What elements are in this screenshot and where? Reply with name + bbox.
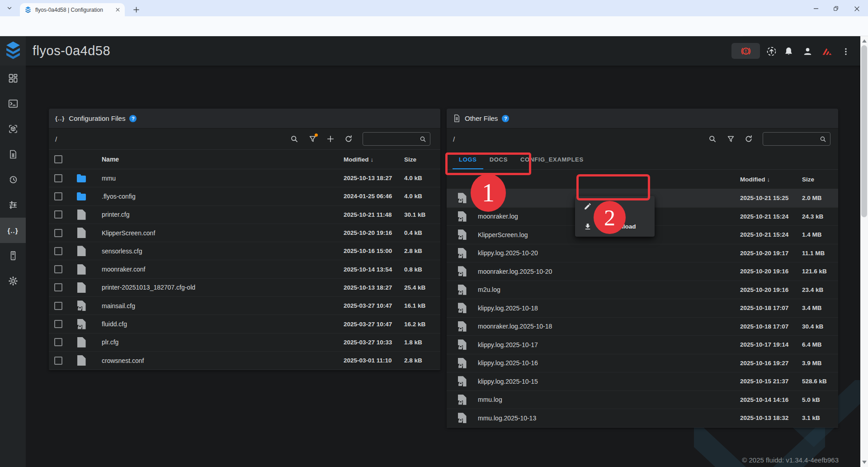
sort-desc-icon: ↓ [767, 176, 770, 183]
tab-close-icon[interactable] [114, 6, 121, 14]
scroll-down-arrow-icon[interactable] [862, 461, 867, 464]
window-close-button[interactable] [849, 3, 864, 14]
file-row[interactable]: klippy.log.2025-10-20 2025-10-20 19:17 1… [447, 244, 838, 263]
filter-icon[interactable] [726, 134, 735, 143]
page-scrollbar[interactable] [860, 36, 868, 467]
file-size: 11.1 MB [802, 250, 838, 257]
row-checkbox[interactable] [54, 192, 62, 200]
sidebar-item-configuration[interactable]: {..} [0, 218, 26, 243]
file-row[interactable]: mainsail.cfg 2025-03-27 10:47 16.1 kB [49, 297, 440, 315]
column-header-size[interactable]: Size [404, 156, 440, 163]
row-checkbox[interactable] [54, 338, 62, 346]
file-row[interactable]: klippy.log.2025-10-16 2025-10-16 19:27 3… [447, 354, 838, 373]
file-type-icon [458, 321, 467, 332]
file-row[interactable]: moonraker.conf 2025-10-14 13:54 0.8 kB [49, 260, 440, 278]
row-checkbox[interactable] [54, 302, 62, 310]
sidebar-item-tune[interactable] [0, 192, 26, 218]
window-minimize-button[interactable] [808, 3, 824, 14]
overflow-menu-icon[interactable] [840, 46, 851, 57]
file-type-icon [458, 229, 467, 240]
sidebar-item-system[interactable] [0, 243, 26, 268]
fluidd-logo[interactable] [0, 36, 26, 66]
file-name: mmu [91, 175, 344, 182]
refresh-icon[interactable] [344, 134, 353, 143]
app-header: flyos-0a4d58 [0, 36, 860, 66]
notifications-bell-icon[interactable] [783, 46, 794, 57]
file-type-icon [458, 248, 467, 258]
file-row[interactable]: mmu 2025-10-13 18:27 4.0 kB [49, 169, 440, 187]
lock-badge-icon [458, 217, 463, 222]
panel-title: Configuration Files [69, 114, 125, 122]
file-name: m2u.log [472, 286, 740, 293]
scroll-up-arrow-icon[interactable] [862, 39, 867, 43]
annotation-badge-1: 1 [471, 174, 506, 212]
window-restore-button[interactable] [828, 3, 844, 14]
file-row[interactable]: m2u.log 2025-10-20 19:16 23.4 kB [447, 281, 838, 300]
column-header-modified[interactable]: Modified↓ [344, 156, 404, 163]
file-row[interactable]: plr.cfg 2025-03-27 10:33 1.8 kB [49, 334, 440, 352]
file-type-icon [458, 413, 467, 423]
file-row[interactable]: klippy.log.2025-10-18 2025-10-18 17:07 3… [447, 299, 838, 318]
file-row[interactable]: klippy.log.2025-10-17 2025-10-17 19:14 6… [447, 336, 838, 354]
user-account-icon[interactable] [802, 46, 813, 57]
column-header-name[interactable]: Name [91, 156, 344, 163]
file-size: 0.8 kB [404, 266, 440, 273]
help-icon[interactable]: ? [502, 115, 509, 122]
file-row[interactable]: printer-20251013_182707.cfg-old 2025-10-… [49, 279, 440, 297]
scrollbar-thumb[interactable] [861, 45, 867, 217]
sidebar-item-console[interactable] [0, 91, 26, 116]
search-icon[interactable] [290, 134, 299, 143]
file-row[interactable]: moonraker.log.2025-10-18 2025-10-18 17:0… [447, 318, 838, 336]
column-header-modified[interactable]: Modified↓ [740, 176, 802, 183]
system-icon [8, 250, 19, 261]
row-checkbox[interactable] [54, 283, 62, 291]
file-row[interactable]: moonraker.log.2025-10-20 2025-10-20 19:1… [447, 262, 838, 281]
select-all-checkbox[interactable] [54, 155, 62, 163]
file-modified: 2025-10-20 19:16 [740, 286, 802, 293]
file-row[interactable]: .flyos-config 2024-01-25 06:46 4.0 kB [49, 187, 440, 205]
tab-search-chevron-icon[interactable] [4, 3, 15, 14]
sidebar-item-settings[interactable] [0, 268, 26, 294]
sidebar-item-dashboard[interactable] [0, 66, 26, 91]
filter-icon[interactable] [308, 134, 317, 143]
refresh-icon[interactable] [744, 134, 753, 143]
file-row[interactable]: KlipperScreen.conf 2025-10-20 19:16 0.4 … [49, 224, 440, 242]
row-checkbox[interactable] [54, 229, 62, 237]
file-row[interactable]: fluidd.cfg 2025-03-27 10:47 16.2 kB [49, 315, 440, 333]
file-row[interactable]: crowsnest.conf 2025-03-01 11:10 2.8 kB [49, 352, 440, 370]
file-size: 16.2 kB [404, 321, 440, 328]
file-row[interactable]: sensorless.cfg 2025-10-16 15:00 2.8 kB [49, 242, 440, 260]
file-size: 5.0 kB [802, 396, 838, 403]
new-tab-button[interactable] [130, 4, 142, 15]
file-row[interactable]: mmu.log.2025-10-13 2025-10-13 18:32 3.1 … [447, 409, 838, 428]
file-row[interactable]: mmu.log 2025-10-14 14:16 5.0 kB [447, 391, 838, 410]
file-modified: 2025-10-17 19:14 [740, 341, 802, 348]
file-row[interactable]: printer.cfg 2025-10-21 11:48 30.1 kB [49, 206, 440, 224]
file-row[interactable]: klippy.log.2025-10-15 2025-10-15 21:37 5… [447, 372, 838, 391]
file-modified: 2025-10-20 19:16 [344, 229, 404, 236]
pencil-icon [583, 202, 592, 211]
check-updates-icon[interactable] [766, 46, 777, 57]
add-file-icon[interactable] [326, 134, 335, 143]
row-checkbox[interactable] [54, 265, 62, 273]
brand-logo-icon[interactable] [821, 46, 833, 57]
file-type-icon [77, 282, 86, 293]
column-header-size[interactable]: Size [802, 176, 838, 183]
row-checkbox[interactable] [54, 320, 62, 328]
row-checkbox[interactable] [54, 247, 62, 255]
row-checkbox[interactable] [54, 210, 62, 219]
row-checkbox[interactable] [54, 174, 62, 182]
row-checkbox[interactable] [54, 357, 62, 365]
sidebar-item-gcode-preview[interactable] [0, 116, 26, 142]
file-type-icon [77, 228, 86, 238]
lock-badge-icon [458, 327, 463, 332]
search-icon[interactable] [708, 134, 717, 143]
sidebar-item-jobs[interactable] [0, 142, 26, 167]
file-size: 3.4 MB [802, 305, 838, 311]
file-modified: 2025-03-27 10:47 [344, 321, 404, 328]
browser-tab[interactable]: flyos-0a4d58 | Configuration [20, 3, 125, 16]
sidebar-item-history[interactable] [0, 167, 26, 192]
file-size: 1.4 MB [802, 231, 838, 238]
emergency-stop-button[interactable] [731, 43, 760, 59]
help-icon[interactable]: ? [129, 115, 137, 122]
